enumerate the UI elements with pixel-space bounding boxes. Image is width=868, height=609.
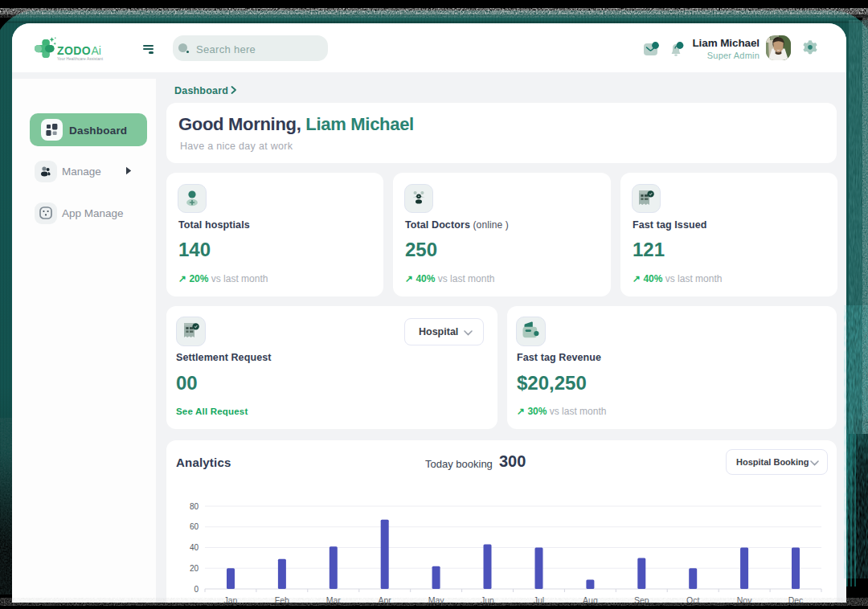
svg-text:20: 20 [190, 564, 199, 573]
svg-text:60: 60 [190, 522, 199, 531]
svg-text:40: 40 [190, 543, 199, 552]
svg-text:0: 0 [194, 585, 199, 594]
svg-text:80: 80 [190, 502, 199, 511]
